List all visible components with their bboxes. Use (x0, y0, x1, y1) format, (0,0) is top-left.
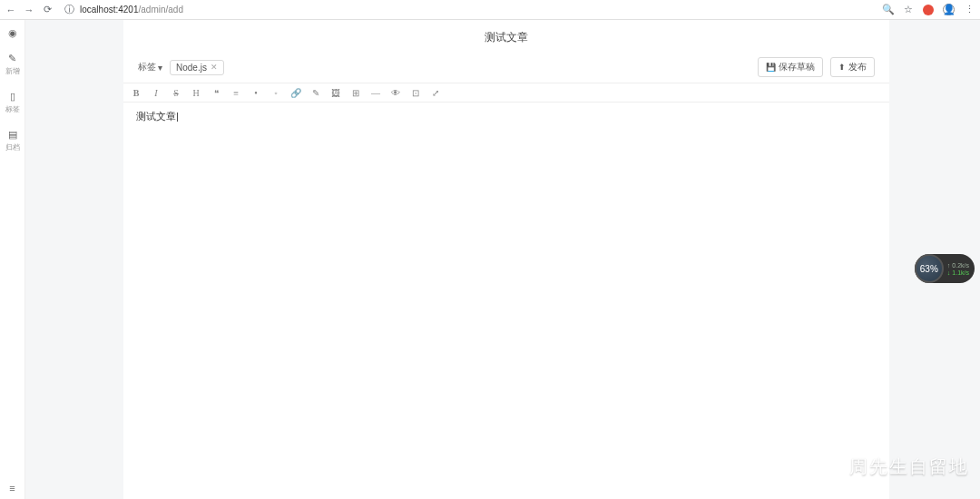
profile-icon[interactable]: 👤 (943, 4, 955, 15)
extension-badge[interactable] (923, 5, 934, 15)
close-icon[interactable]: ✕ (211, 63, 218, 72)
sidebar-item-label: 标签 (5, 104, 20, 114)
watermark-text: 周先生自留地 (849, 455, 969, 479)
align-button[interactable]: ≡ (230, 87, 241, 98)
tag-dropdown[interactable]: 标签 ▾ (138, 61, 162, 73)
upload-icon: ⬆ (838, 63, 846, 72)
tag-chip[interactable]: Node.js ✕ (170, 60, 224, 75)
bookmark-icon: ▯ (7, 91, 18, 102)
split-button[interactable]: ⊡ (410, 87, 421, 98)
publish-label: 发布 (848, 61, 867, 73)
strike-button[interactable]: S (171, 87, 181, 98)
image-button[interactable]: 🖼 (330, 87, 341, 98)
star-icon[interactable]: ☆ (903, 5, 914, 15)
sidebar-item-archive[interactable]: ▤ 归档 (5, 129, 20, 152)
save-icon: 💾 (766, 63, 776, 72)
sidebar-item-home[interactable]: ◉ (7, 27, 18, 38)
hr-button[interactable]: — (370, 87, 381, 98)
sidebar-item-tags[interactable]: ▯ 标签 (5, 91, 20, 114)
back-icon[interactable]: ← (5, 5, 16, 15)
url-host: localhost:4201 (80, 5, 139, 15)
pencil-icon: ✎ (7, 53, 18, 64)
heading-button[interactable]: H (191, 87, 201, 98)
cpu-percent: 63% (915, 254, 944, 283)
save-draft-button[interactable]: 💾 保存草稿 (758, 57, 823, 77)
chevron-down-icon: ▾ (158, 63, 162, 73)
publish-button[interactable]: ⬆ 发布 (830, 57, 875, 77)
menu-icon: ≡ (7, 483, 18, 494)
editor-toolbar: B I S H ❝ ≡ • ◦ 🔗 ✎ 🖼 ⊞ — 👁 ⊡ ⤢ (123, 83, 889, 103)
sidebar-collapse[interactable]: ≡ (7, 483, 18, 494)
sidebar-item-label: 归档 (5, 142, 20, 152)
address-bar[interactable]: ⓘ localhost:4201/admin/add (60, 5, 876, 15)
preview-button[interactable]: 👁 (390, 87, 401, 98)
content-area: 标签 ▾ Node.js ✕ 💾 保存草稿 ⬆ 发布 B (25, 20, 980, 499)
download-speed: ↓ 1.1k/s (947, 269, 969, 276)
archive-icon: ▤ (7, 129, 18, 140)
ol-button[interactable]: ◦ (270, 87, 281, 98)
wechat-icon (818, 457, 844, 477)
quote-button[interactable]: ❝ (211, 87, 221, 98)
article-title-input[interactable] (123, 32, 889, 44)
shield-icon: ◉ (7, 27, 18, 38)
reload-icon[interactable]: ⟳ (42, 5, 53, 15)
editor-body[interactable]: 测试文章 (123, 103, 889, 484)
ul-button[interactable]: • (250, 87, 261, 98)
browser-toolbar: ← → ⟳ ⓘ localhost:4201/admin/add 🔍 ☆ 👤 ⋮ (0, 0, 980, 20)
edit-button[interactable]: ✎ (310, 87, 321, 98)
save-draft-label: 保存草稿 (779, 61, 815, 73)
upload-speed: ↑ 0.2k/s (947, 262, 969, 269)
sidebar: ◉ ✎ 新增 ▯ 标签 ▤ 归档 ≡ (0, 20, 25, 499)
link-button[interactable]: 🔗 (290, 87, 301, 98)
url-path: /admin/add (139, 5, 183, 15)
search-icon[interactable]: 🔍 (883, 5, 894, 15)
tag-chip-label: Node.js (176, 63, 207, 73)
article-editor-card: 标签 ▾ Node.js ✕ 💾 保存草稿 ⬆ 发布 B (123, 20, 889, 499)
watermark: 周先生自留地 (818, 455, 969, 479)
forward-icon[interactable]: → (24, 5, 34, 15)
tag-dropdown-label: 标签 (138, 61, 156, 73)
editor-text: 测试文章 (136, 111, 179, 122)
sidebar-item-add[interactable]: ✎ 新增 (5, 53, 20, 76)
bold-button[interactable]: B (131, 87, 142, 98)
network-widget[interactable]: 63% ↑ 0.2k/s ↓ 1.1k/s (915, 254, 975, 283)
table-button[interactable]: ⊞ (350, 87, 361, 98)
fullscreen-button[interactable]: ⤢ (430, 87, 441, 98)
menu-icon[interactable]: ⋮ (964, 5, 975, 15)
info-icon: ⓘ (64, 5, 74, 15)
italic-button[interactable]: I (151, 87, 162, 98)
sidebar-item-label: 新增 (5, 66, 20, 76)
